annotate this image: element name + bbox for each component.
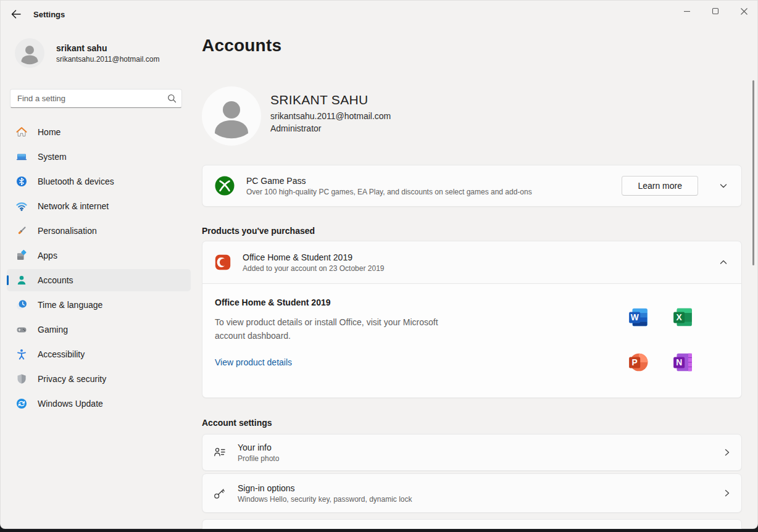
sidebar-item-system[interactable]: System: [7, 146, 191, 168]
user-avatar: [15, 38, 44, 68]
office-logo-icon: [214, 253, 232, 272]
account-settings-section-title: Account settings: [202, 418, 272, 428]
account-profile: SRIKANT SAHU srikantsahu.2011@hotmail.co…: [202, 86, 391, 146]
svg-text:P: P: [632, 357, 638, 367]
view-product-details-link[interactable]: View product details: [215, 357, 292, 367]
back-arrow-icon: [10, 8, 22, 20]
office-card-header[interactable]: Office Home & Student 2019 Added to your…: [202, 241, 741, 283]
sidebar-item-label: Gaming: [38, 325, 68, 335]
sidebar-user-name: srikant sahu: [56, 43, 159, 53]
sidebar-item-apps[interactable]: Apps: [7, 244, 191, 267]
sidebar-item-label: Accessibility: [38, 349, 85, 359]
account-settings-rows: Your info Profile photo Sign-in options …: [202, 434, 742, 515]
window-controls: [673, 0, 758, 22]
chevron-right-icon: [723, 489, 731, 497]
word-icon: W: [628, 307, 649, 328]
excel-icon: X: [672, 307, 693, 328]
powerpoint-icon: P: [628, 352, 649, 373]
sidebar-item-home[interactable]: Home: [7, 121, 191, 143]
svg-text:X: X: [677, 312, 683, 322]
sidebar-item-personalisation[interactable]: Personalisation: [7, 220, 191, 242]
page-title: Accounts: [202, 36, 281, 56]
office-title: Office Home & Student 2019: [243, 252, 385, 262]
game-pass-expander[interactable]: [717, 179, 730, 193]
chevron-right-icon: [723, 449, 731, 456]
search-box: [10, 89, 182, 108]
game-pass-title: PC Game Pass: [246, 176, 532, 186]
sidebar-item-network[interactable]: Network & internet: [7, 195, 191, 217]
privacy-shield-icon: [15, 373, 28, 385]
next-settings-row-partial[interactable]: [202, 519, 742, 529]
sign-in-options-row[interactable]: Sign-in options Windows Hello, security …: [202, 473, 742, 513]
main-content: Accounts SRIKANT SAHU srikantsahu.2011@h…: [202, 27, 742, 529]
xbox-icon: [214, 175, 236, 197]
back-button[interactable]: [7, 6, 25, 22]
profile-name: SRIKANT SAHU: [270, 93, 391, 107]
profile-role: Administrator: [270, 123, 391, 133]
sidebar-user-card[interactable]: srikant sahu srikantsahu.2011@hotmail.co…: [15, 38, 159, 68]
search-icon: [167, 94, 177, 103]
office-apps-grid: W X P: [628, 307, 693, 373]
maximize-button[interactable]: [701, 0, 730, 22]
your-info-icon: [213, 446, 227, 459]
sidebar-item-label: Personalisation: [38, 226, 97, 236]
gaming-icon: [15, 323, 28, 336]
sidebar-user-email: srikantsahu.2011@hotmail.com: [56, 55, 159, 64]
windows-update-icon: [15, 397, 28, 410]
svg-text:N: N: [676, 357, 682, 367]
your-info-row[interactable]: Your info Profile photo: [202, 434, 742, 471]
close-icon: [740, 7, 748, 15]
sidebar-item-label: Windows Update: [38, 399, 103, 409]
sidebar-item-accessibility[interactable]: Accessibility: [7, 343, 191, 365]
sign-in-options-subtitle: Windows Hello, security key, password, d…: [238, 495, 412, 504]
sidebar-item-windows-update[interactable]: Windows Update: [7, 393, 191, 415]
app-title: Settings: [33, 10, 65, 19]
home-icon: [15, 126, 28, 138]
scrollbar[interactable]: [752, 80, 754, 265]
profile-email: srikantsahu.2011@hotmail.com: [270, 111, 391, 121]
sidebar-item-label: Privacy & security: [38, 374, 106, 384]
system-icon: [15, 151, 28, 163]
profile-avatar: [202, 86, 261, 146]
chevron-down-icon: [719, 181, 728, 190]
personalisation-icon: [15, 225, 28, 237]
sign-in-options-title: Sign-in options: [238, 483, 412, 493]
sidebar-item-bluetooth[interactable]: Bluetooth & devices: [7, 170, 191, 193]
minimize-icon: [683, 7, 691, 15]
office-card: Office Home & Student 2019 Added to your…: [202, 241, 742, 398]
svg-text:W: W: [631, 312, 639, 322]
sidebar-item-label: Network & internet: [38, 201, 109, 211]
onenote-icon: N: [672, 352, 693, 373]
sidebar-item-time-language[interactable]: Time & language: [7, 294, 191, 316]
sidebar-item-label: System: [38, 152, 67, 162]
purchased-section-title: Products you've purchased: [202, 226, 315, 236]
sidebar-nav: Home System Bluetooth & devices: [0, 121, 198, 417]
your-info-title: Your info: [238, 443, 279, 452]
office-card-body: Office Home & Student 2019 To view produ…: [202, 283, 741, 397]
game-pass-description: Over 100 high-quality PC games, EA Play,…: [246, 188, 532, 196]
office-details-text: To view product details or install Offic…: [215, 315, 457, 343]
sidebar-item-label: Accounts: [38, 275, 73, 285]
sidebar: srikant sahu srikantsahu.2011@hotmail.co…: [0, 27, 198, 529]
settings-window: Settings: [0, 0, 758, 529]
office-details-title: Office Home & Student 2019: [215, 297, 729, 307]
sidebar-item-label: Apps: [38, 251, 57, 260]
sign-in-key-icon: [213, 486, 227, 500]
sidebar-item-privacy[interactable]: Privacy & security: [7, 368, 191, 390]
learn-more-button[interactable]: Learn more: [622, 176, 698, 196]
sidebar-item-accounts[interactable]: Accounts: [7, 269, 191, 291]
close-button[interactable]: [730, 0, 758, 22]
apps-icon: [15, 249, 28, 262]
network-icon: [15, 200, 28, 212]
sidebar-item-gaming[interactable]: Gaming: [7, 318, 191, 341]
time-language-icon: [15, 299, 28, 311]
office-collapse-button[interactable]: [717, 256, 730, 269]
search-input[interactable]: [10, 89, 182, 108]
sidebar-item-label: Bluetooth & devices: [38, 177, 114, 186]
titlebar: Settings: [0, 0, 758, 27]
minimize-button[interactable]: [673, 0, 701, 22]
chevron-up-icon: [719, 258, 728, 267]
accounts-icon: [15, 274, 28, 286]
maximize-icon: [712, 7, 719, 15]
accessibility-icon: [15, 348, 28, 360]
